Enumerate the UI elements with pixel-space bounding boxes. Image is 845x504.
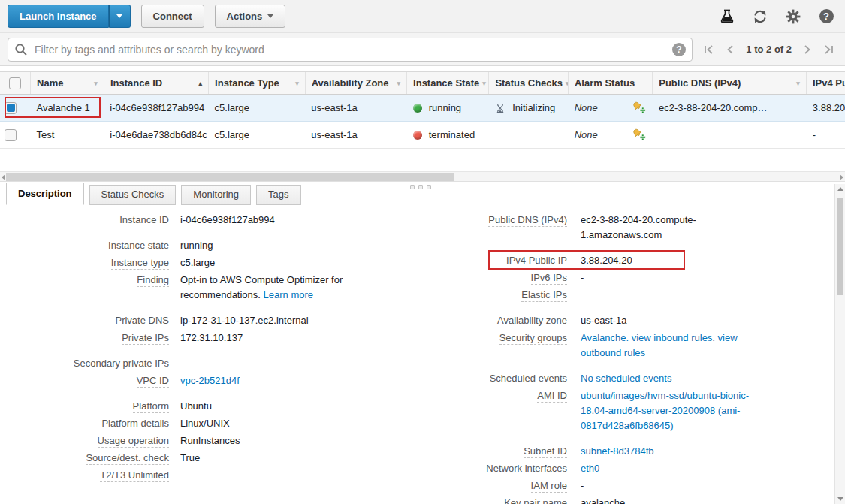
row-checkbox-cell [0, 122, 30, 148]
description-row: Public DNS (IPv4)ec2-3-88-204-20.compute… [421, 213, 830, 243]
field-label-text: Private IPs [122, 332, 169, 345]
field-label-text: AMI ID [537, 390, 567, 403]
field-label-text: Source/dest. check [86, 452, 169, 465]
table-row[interactable]: Testi-04e6dae738db6d84cc5.largeus-east-1… [0, 122, 845, 149]
tab-status-checks[interactable]: Status Checks [89, 185, 177, 205]
alarm-status-label: None [575, 129, 598, 140]
field-value-link[interactable]: ubuntu/images/hvm-ssd/ubuntu-bionic-18.0… [581, 390, 749, 431]
refresh-icon[interactable] [752, 8, 768, 25]
field-value: Opt-in to AWS Compute Optimizer for reco… [180, 273, 364, 303]
column-header-instance-id[interactable]: Instance ID▴ [104, 72, 209, 94]
connect-label: Connect [153, 11, 192, 22]
filter-bar: ? 1 to 2 of 2 [0, 33, 845, 66]
column-header-status-checks[interactable]: Status Checks▾ [489, 72, 569, 94]
field-value: True [180, 451, 364, 466]
field-label-text: Availability zone [497, 315, 567, 327]
table-row[interactable]: Avalanche 1i-04c6e938f127ab994c5.largeus… [0, 95, 845, 122]
field-value-text: - [581, 272, 584, 283]
field-group: Private DNSip-172-31-10-137.ec2.internal… [6, 313, 412, 346]
field-label-text: Scheduled events [490, 373, 567, 385]
instance-name: Test [36, 129, 54, 140]
field-label-text: Usage operation [98, 435, 169, 448]
last-page-button[interactable] [823, 44, 834, 55]
description-row: Private DNSip-172-31-10-137.ec2.internal [6, 313, 412, 328]
vertical-scrollbar-thumb[interactable] [837, 198, 843, 295]
field-group: Availability zoneus-east-1aSecurity grou… [421, 313, 830, 361]
description-row: Subnet IDsubnet-8d3784fb [421, 444, 830, 459]
field-label-text: Instance state [108, 240, 169, 252]
description-row: Usage operationRunInstances [6, 433, 412, 448]
launch-instance-button[interactable]: Launch Instance [8, 5, 109, 28]
launch-instance-dropdown-button[interactable] [109, 5, 131, 28]
launch-instance-split-button: Launch Instance [8, 5, 131, 28]
horizontal-scrollbar-thumb[interactable] [6, 173, 454, 181]
column-header-public-dns-ipv4[interactable]: Public DNS (IPv4)▾ [653, 72, 807, 94]
field-value: c5.large [180, 255, 364, 270]
field-label-text: Network interfaces [486, 463, 567, 475]
column-header-availability-zone[interactable]: Availability Zone▾ [306, 72, 407, 94]
search-input[interactable] [33, 43, 672, 56]
sort-arrow-icon: ▾ [397, 80, 401, 87]
field-value-text: 3.88.204.20 [581, 255, 632, 266]
field-value-text: 172.31.10.137 [180, 332, 243, 343]
description-row: Private IPs172.31.10.137 [6, 330, 412, 346]
tab-tags[interactable]: Tags [256, 185, 300, 205]
bell-add-icon[interactable] [632, 128, 647, 143]
scroll-right-arrow-icon[interactable] [840, 174, 843, 180]
vertical-scrollbar[interactable] [834, 184, 845, 504]
instances-table: Name▾Instance ID▴Instance Type▾Availabil… [0, 71, 845, 149]
row-checkbox[interactable] [5, 102, 17, 114]
horizontal-scrollbar[interactable] [0, 171, 845, 182]
tab-monitoring[interactable]: Monitoring [181, 185, 251, 205]
cell-status-checks [489, 122, 569, 148]
field-value-link[interactable]: vpc-2b521d4f [180, 375, 240, 386]
field-value-link[interactable]: Learn more [264, 289, 313, 300]
column-header-alarm-status[interactable]: Alarm Status [569, 72, 653, 94]
field-value-link[interactable]: Avalanche. view inbound rules. view outb… [581, 332, 738, 358]
field-value-link[interactable]: eth0 [581, 463, 599, 474]
previous-page-button[interactable] [726, 44, 735, 55]
search-icon [14, 43, 28, 56]
panel-resize-handle[interactable] [410, 185, 431, 189]
column-header-ipv4-public-ip[interactable]: IPv4 Public IP [807, 72, 845, 94]
description-row: VPC IDvpc-2b521d4f [6, 373, 412, 388]
field-value-link[interactable]: subnet-8d3784fb [581, 445, 654, 457]
first-page-button[interactable] [703, 44, 714, 55]
connect-button[interactable]: Connect [141, 5, 204, 28]
field-value: Avalanche. view inbound rules. view outb… [581, 330, 765, 361]
cell-availability-zone: us-east-1a [305, 122, 406, 148]
field-label-text: T2/T3 Unlimited [100, 469, 169, 482]
column-header-instance-type[interactable]: Instance Type▾ [209, 72, 306, 94]
search-box[interactable]: ? [8, 38, 693, 62]
scroll-down-arrow-icon[interactable] [837, 497, 843, 501]
beaker-icon[interactable] [719, 8, 735, 25]
column-header-label: Instance Type [215, 77, 279, 89]
field-label: AMI ID [421, 388, 567, 433]
sort-arrow-icon: ▴ [199, 80, 203, 87]
field-value: RunInstances [180, 433, 364, 448]
field-label: Private IPs [6, 330, 169, 346]
field-value: running [180, 238, 364, 253]
field-label-text: Elastic IPs [521, 289, 567, 302]
scroll-up-arrow-icon[interactable] [837, 187, 843, 191]
column-header-instance-state[interactable]: Instance State▾ [407, 72, 489, 94]
next-page-button[interactable] [803, 44, 812, 55]
description-left-column: Instance IDi-04c6e938f127ab994Instance s… [6, 213, 412, 493]
help-icon[interactable]: ? [818, 8, 834, 25]
gear-icon[interactable] [785, 8, 801, 25]
field-value [581, 288, 765, 303]
top-toolbar: Launch Instance Connect Actions [0, 0, 845, 33]
bell-add-icon[interactable] [632, 101, 647, 116]
column-header-checkbox[interactable] [0, 72, 31, 94]
column-header-name[interactable]: Name▾ [31, 72, 104, 94]
scroll-left-arrow-icon[interactable] [2, 174, 5, 180]
field-label: VPC ID [6, 373, 169, 388]
search-help-icon[interactable]: ? [672, 43, 686, 56]
field-value-link[interactable]: No scheduled events [581, 373, 671, 384]
tab-description[interactable]: Description [6, 183, 84, 205]
field-label: T2/T3 Unlimited [6, 468, 169, 483]
actions-dropdown-button[interactable]: Actions [215, 5, 286, 28]
row-checkbox[interactable] [5, 129, 17, 141]
select-all-checkbox[interactable] [9, 77, 21, 89]
field-label: Instance state [6, 238, 169, 253]
